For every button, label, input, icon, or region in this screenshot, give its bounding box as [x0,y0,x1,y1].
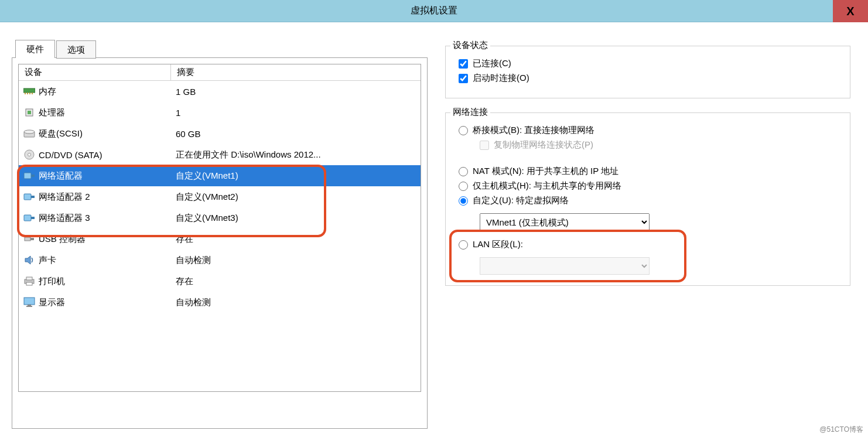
svg-rect-21 [26,277,32,280]
memory-icon [23,86,35,97]
checkbox-connect-at-power-on[interactable]: 启动时连接(O) [459,73,837,84]
device-list-header: 设备 摘要 [19,64,421,81]
legend-device-state: 设备状态 [450,40,490,51]
svg-rect-4 [32,93,33,94]
svg-rect-6 [28,111,31,114]
svg-rect-15 [24,215,31,221]
checkbox-connected[interactable]: 已连接(C) [459,58,837,69]
watermark: @51CTO博客 [819,425,863,435]
sound-icon [23,254,35,266]
checkbox-replicate-input [480,141,489,150]
device-row-sound[interactable]: 声卡 自动检测 [19,250,421,271]
checkbox-poweron-input[interactable] [459,74,468,83]
radio-custom-input[interactable] [459,196,468,206]
device-row-display[interactable]: 显示器 自动检测 [19,292,421,313]
checkbox-replicate: 复制物理网络连接状态(P) [480,139,837,151]
device-row-nic-3[interactable]: 网络适配器 3 自定义(VMnet3) [19,207,421,228]
cd-icon [23,149,35,161]
device-row-cd[interactable]: CD/DVD (SATA) 正在使用文件 D:\iso\Windows 2012… [19,144,421,165]
select-custom-vmnet[interactable]: VMnet1 (仅主机模式) [480,213,650,231]
device-row-nic-1[interactable]: 网络适配器 自定义(VMnet1) [19,165,421,186]
svg-rect-16 [31,217,35,219]
group-network-connection: 网络连接 桥接模式(B): 直接连接物理网络 复制物理网络连接状态(P) NAT… [445,112,850,286]
tab-hardware[interactable]: 硬件 [15,40,55,58]
radio-custom[interactable]: 自定义(U): 特定虚拟网络 [459,195,837,206]
radio-lan-segment[interactable]: LAN 区段(L): [459,239,837,250]
device-row-printer[interactable]: 打印机 存在 [19,271,421,292]
svg-rect-0 [23,88,35,93]
svg-rect-13 [24,194,31,200]
svg-rect-24 [28,305,31,306]
radio-lan-input[interactable] [459,240,468,250]
svg-point-10 [28,153,31,156]
nic-icon [23,170,35,182]
device-row-usb[interactable]: USB 控制器 存在 [19,228,421,250]
close-icon: X [846,5,854,18]
svg-rect-17 [25,237,30,241]
svg-rect-12 [31,175,35,177]
device-row-nic-2[interactable]: 网络适配器 2 自定义(VMnet2) [19,186,421,207]
hardware-panel: 设备 摘要 内存 1 GB [12,57,428,429]
svg-rect-23 [24,298,35,305]
svg-rect-18 [30,238,34,240]
tab-options[interactable]: 选项 [56,40,96,59]
svg-rect-11 [24,173,31,179]
select-lan-segment [480,257,650,275]
radio-bridged-input[interactable] [459,126,468,135]
col-header-device[interactable]: 设备 [19,64,171,80]
printer-icon [23,275,35,287]
display-icon [23,296,35,308]
device-list[interactable]: 设备 摘要 内存 1 GB [18,64,421,392]
checkbox-connected-input[interactable] [459,59,468,69]
radio-bridged[interactable]: 桥接模式(B): 直接连接物理网络 [459,125,837,136]
titlebar: 虚拟机设置 X [0,0,868,22]
svg-rect-25 [26,306,32,307]
radio-nat[interactable]: NAT 模式(N): 用于共享主机的 IP 地址 [459,166,837,177]
col-header-summary[interactable]: 摘要 [171,64,421,80]
window-title: 虚拟机设置 [411,5,457,17]
svg-rect-3 [29,93,30,94]
radio-nat-input[interactable] [459,167,468,176]
legend-network: 网络连接 [450,107,490,118]
svg-marker-19 [25,256,30,264]
device-row-cpu[interactable]: 处理器 1 [19,102,421,123]
nic-icon [23,191,35,203]
radio-hostonly-input[interactable] [459,182,468,191]
device-row-hdd[interactable]: 硬盘(SCSI) 60 GB [19,123,421,144]
cpu-icon [23,107,35,118]
svg-rect-2 [27,93,28,94]
hdd-icon [23,128,35,139]
nic-icon [23,212,35,224]
svg-rect-14 [31,196,35,198]
svg-rect-22 [26,282,32,285]
usb-icon [23,233,35,245]
radio-hostonly[interactable]: 仅主机模式(H): 与主机共享的专用网络 [459,180,837,192]
device-row-memory[interactable]: 内存 1 GB [19,81,421,102]
group-device-state: 设备状态 已连接(C) 启动时连接(O) [445,46,850,98]
close-button[interactable]: X [833,0,868,22]
svg-rect-1 [25,93,26,94]
svg-point-8 [24,130,35,134]
